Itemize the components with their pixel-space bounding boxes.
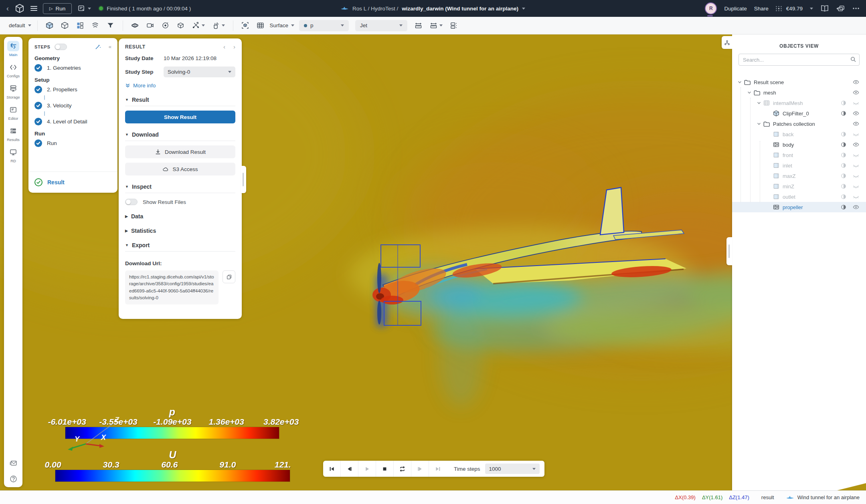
section-inspect[interactable]: ▼Inspect bbox=[125, 183, 235, 190]
skip-start-button[interactable] bbox=[323, 461, 341, 477]
section-data[interactable]: ▶Data bbox=[125, 213, 235, 220]
menu-hamburger-icon[interactable] bbox=[30, 5, 37, 12]
view-cube-outline-icon[interactable] bbox=[59, 19, 71, 32]
steps-toggle[interactable] bbox=[55, 44, 67, 50]
opacity-toggle-icon[interactable] bbox=[840, 141, 847, 148]
opacity-toggle-icon[interactable] bbox=[840, 194, 847, 200]
tree-item-maxz[interactable]: maxZ bbox=[732, 171, 866, 181]
field-select[interactable]: p bbox=[299, 20, 349, 31]
sidebar-item-results[interactable]: Results bbox=[6, 126, 20, 142]
tree-item-back[interactable]: back bbox=[732, 129, 866, 139]
tree-item-front[interactable]: front bbox=[732, 150, 866, 160]
visibility-open-eye-icon[interactable] bbox=[852, 141, 860, 148]
back-chevron-icon[interactable]: ‹ bbox=[6, 5, 9, 12]
s3-access-button[interactable]: S3 Access bbox=[125, 163, 235, 175]
step-back-button[interactable] bbox=[341, 461, 358, 477]
visibility-open-eye-icon[interactable] bbox=[852, 204, 860, 211]
loop-button[interactable] bbox=[394, 461, 411, 477]
chevron-down-icon[interactable] bbox=[757, 101, 763, 105]
visibility-closed-eye-icon[interactable] bbox=[852, 131, 860, 138]
section-download[interactable]: ▼Download bbox=[125, 131, 235, 138]
visibility-closed-eye-icon[interactable] bbox=[852, 162, 860, 169]
sidebar-item-main[interactable]: Main bbox=[6, 41, 20, 57]
colormap-select[interactable]: Jet bbox=[355, 20, 407, 31]
tree-item-propeller[interactable]: propeller bbox=[732, 202, 866, 212]
filter-funnel-icon[interactable] bbox=[104, 19, 117, 32]
show-result-files-toggle[interactable] bbox=[125, 199, 138, 205]
section-statistics[interactable]: ▶Statistics bbox=[125, 228, 235, 234]
sidebar-item-rd[interactable]: RD bbox=[6, 147, 20, 163]
representation-select[interactable]: Surface bbox=[270, 22, 295, 28]
preset-select[interactable]: default bbox=[9, 22, 31, 28]
scene-tree-tab-icon[interactable] bbox=[722, 36, 732, 49]
visibility-closed-eye-icon[interactable] bbox=[852, 183, 860, 190]
visibility-closed-eye-icon[interactable] bbox=[852, 151, 860, 159]
breadcrumb[interactable]: Ros L / HydroTest / wizardly_darwin (Win… bbox=[341, 0, 525, 17]
sidebar-item-editor[interactable]: Editor bbox=[6, 105, 20, 121]
layout-grid-icon[interactable] bbox=[74, 19, 87, 32]
tree-item-minz[interactable]: minZ bbox=[732, 181, 866, 192]
tree-item-clipfilter-0[interactable]: ClipFilter_0 bbox=[732, 108, 866, 119]
duplicate-button[interactable]: Duplicate bbox=[724, 6, 747, 12]
download-url-value[interactable]: https://rc1.staging.dicehub.com/api/v1/s… bbox=[125, 270, 219, 304]
panel-layout-icon[interactable] bbox=[447, 19, 460, 32]
contour-icon[interactable] bbox=[89, 19, 102, 32]
visibility-closed-eye-icon[interactable] bbox=[852, 172, 860, 179]
step-item[interactable]: 3. Velocity bbox=[34, 102, 111, 109]
opacity-toggle-icon[interactable] bbox=[840, 162, 847, 169]
play-button[interactable] bbox=[358, 461, 376, 477]
opacity-toggle-icon[interactable] bbox=[840, 183, 847, 190]
tree-item-result-scene[interactable]: Result scene bbox=[732, 77, 866, 87]
more-ellipsis-icon[interactable] bbox=[852, 7, 860, 10]
app-logo-cube-icon[interactable] bbox=[14, 3, 25, 14]
opacity-toggle-icon[interactable] bbox=[840, 152, 847, 158]
result-panel-drag-handle[interactable] bbox=[241, 166, 246, 193]
chevron-down-icon[interactable] bbox=[757, 122, 763, 126]
tree-item-internalmesh[interactable]: internalMesh bbox=[732, 98, 866, 108]
avatar[interactable]: R bbox=[705, 2, 717, 14]
mail-icon[interactable] bbox=[9, 459, 18, 468]
record-icon[interactable] bbox=[159, 19, 172, 32]
visibility-open-eye-icon[interactable] bbox=[852, 79, 860, 86]
opacity-toggle-icon[interactable] bbox=[840, 173, 847, 179]
step-item[interactable]: Run bbox=[34, 139, 111, 147]
section-export[interactable]: ▼Export bbox=[125, 242, 235, 248]
tools-cup-icon[interactable] bbox=[210, 19, 227, 32]
camera-icon[interactable] bbox=[144, 19, 157, 32]
chevron-down-icon[interactable] bbox=[810, 8, 813, 10]
chevron-down-icon[interactable] bbox=[747, 91, 753, 95]
visibility-open-eye-icon[interactable] bbox=[852, 89, 860, 96]
magic-wand-icon[interactable] bbox=[95, 43, 101, 50]
chevron-down-icon[interactable] bbox=[738, 80, 744, 84]
share-button[interactable]: Share bbox=[754, 6, 769, 12]
visibility-closed-eye-icon[interactable] bbox=[852, 99, 860, 107]
help-icon[interactable] bbox=[9, 475, 18, 483]
step-item[interactable]: 4. Level of Detail bbox=[34, 118, 111, 125]
opacity-toggle-icon[interactable] bbox=[840, 204, 847, 210]
visibility-open-eye-icon[interactable] bbox=[852, 120, 860, 127]
step-item[interactable]: 2. Propellers bbox=[34, 86, 111, 93]
slice-tools-icon[interactable] bbox=[190, 19, 207, 32]
show-result-button[interactable]: Show Result bbox=[125, 111, 235, 123]
opacity-toggle-icon[interactable] bbox=[840, 110, 847, 117]
result-step[interactable]: Result bbox=[28, 171, 117, 193]
next-result-icon[interactable]: › bbox=[233, 43, 235, 50]
docs-book-icon[interactable] bbox=[820, 5, 829, 12]
ruler-options-icon[interactable] bbox=[427, 19, 445, 32]
tree-item-inlet[interactable]: inlet bbox=[732, 160, 866, 171]
view-cube-solid-icon[interactable] bbox=[43, 19, 56, 32]
section-result[interactable]: ▼Result bbox=[125, 97, 235, 103]
representation-grid-icon[interactable] bbox=[254, 19, 267, 32]
more-info-link[interactable]: More info bbox=[125, 83, 235, 89]
skip-end-button[interactable] bbox=[429, 461, 447, 477]
tree-item-patches-collection[interactable]: Patches collection bbox=[732, 119, 866, 129]
tree-item-mesh[interactable]: mesh bbox=[732, 87, 866, 98]
download-result-button[interactable]: Download Result bbox=[125, 145, 235, 158]
ruler-icon[interactable] bbox=[412, 19, 425, 32]
run-button[interactable]: ▷ Run bbox=[43, 3, 72, 14]
objects-panel-drag-handle[interactable] bbox=[726, 237, 732, 265]
sidebar-item-storage[interactable]: Storage bbox=[6, 83, 20, 99]
sidebar-item-configs[interactable]: Configs bbox=[6, 62, 20, 78]
step-forward-button[interactable] bbox=[411, 461, 429, 477]
step-item[interactable]: 1. Geometries bbox=[34, 64, 111, 72]
